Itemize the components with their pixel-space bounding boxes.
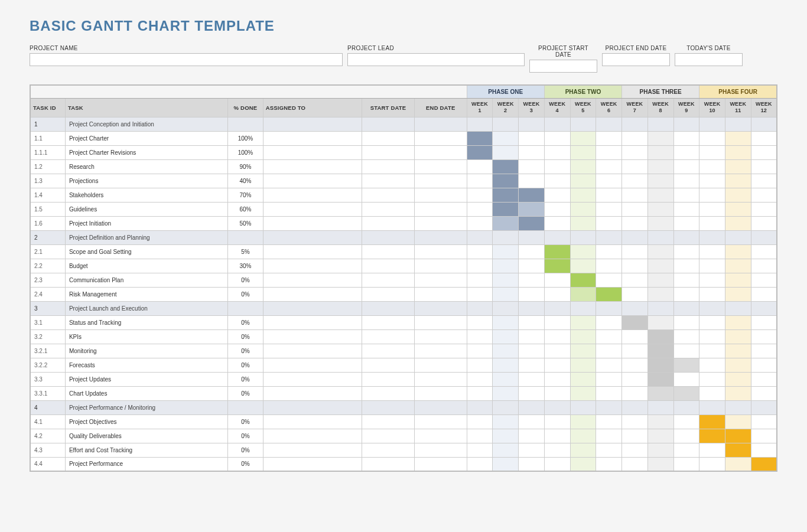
task-id-cell[interactable]: 3.3.1: [30, 386, 65, 400]
gantt-cell[interactable]: [467, 429, 493, 443]
gantt-cell[interactable]: [493, 259, 519, 273]
gantt-cell[interactable]: [570, 117, 596, 131]
gantt-cell[interactable]: [467, 159, 493, 174]
gantt-cell[interactable]: [699, 372, 725, 386]
pct-done-cell[interactable]: 70%: [228, 188, 263, 202]
gantt-cell[interactable]: [673, 216, 699, 230]
gantt-cell[interactable]: [622, 216, 648, 230]
end-date-cell[interactable]: [414, 414, 467, 429]
gantt-cell[interactable]: [570, 174, 596, 188]
end-date-cell[interactable]: [414, 400, 467, 414]
gantt-cell[interactable]: [647, 344, 673, 358]
assigned-cell[interactable]: [263, 117, 362, 131]
assigned-cell[interactable]: [263, 400, 362, 414]
gantt-cell[interactable]: [751, 174, 777, 188]
pct-done-cell[interactable]: 0%: [228, 273, 263, 287]
task-id-cell[interactable]: 1.6: [30, 216, 65, 230]
gantt-cell[interactable]: [544, 259, 570, 273]
task-name-cell[interactable]: Quality Deliverables: [65, 429, 227, 443]
gantt-cell[interactable]: [699, 230, 725, 244]
gantt-cell[interactable]: [751, 315, 777, 329]
gantt-cell[interactable]: [596, 429, 622, 443]
gantt-cell[interactable]: [519, 372, 545, 386]
gantt-cell[interactable]: [570, 216, 596, 230]
gantt-cell[interactable]: [647, 244, 673, 259]
assigned-cell[interactable]: [263, 315, 362, 329]
gantt-cell[interactable]: [699, 174, 725, 188]
gantt-cell[interactable]: [596, 414, 622, 429]
gantt-cell[interactable]: [467, 400, 493, 414]
gantt-cell[interactable]: [467, 358, 493, 372]
end-date-cell[interactable]: [414, 145, 467, 159]
end-date-cell[interactable]: [414, 301, 467, 315]
assigned-cell[interactable]: [263, 358, 362, 372]
gantt-cell[interactable]: [519, 315, 545, 329]
gantt-cell[interactable]: [673, 230, 699, 244]
gantt-cell[interactable]: [570, 159, 596, 174]
gantt-cell[interactable]: [622, 429, 648, 443]
gantt-cell[interactable]: [751, 443, 777, 457]
assigned-cell[interactable]: [263, 429, 362, 443]
gantt-cell[interactable]: [519, 443, 545, 457]
gantt-cell[interactable]: [544, 188, 570, 202]
gantt-cell[interactable]: [647, 358, 673, 372]
gantt-cell[interactable]: [544, 159, 570, 174]
end-date-cell[interactable]: [414, 344, 467, 358]
pct-done-cell[interactable]: 0%: [228, 329, 263, 344]
gantt-cell[interactable]: [673, 287, 699, 301]
gantt-cell[interactable]: [493, 216, 519, 230]
gantt-cell[interactable]: [570, 414, 596, 429]
gantt-cell[interactable]: [673, 174, 699, 188]
gantt-cell[interactable]: [751, 259, 777, 273]
gantt-cell[interactable]: [467, 216, 493, 230]
gantt-cell[interactable]: [493, 329, 519, 344]
pct-done-cell[interactable]: 0%: [228, 386, 263, 400]
task-name-cell[interactable]: Research: [65, 159, 227, 174]
gantt-cell[interactable]: [544, 287, 570, 301]
gantt-cell[interactable]: [519, 358, 545, 372]
assigned-cell[interactable]: [263, 414, 362, 429]
gantt-cell[interactable]: [570, 400, 596, 414]
task-id-cell[interactable]: 4.2: [30, 429, 65, 443]
gantt-cell[interactable]: [596, 159, 622, 174]
gantt-cell[interactable]: [467, 344, 493, 358]
gantt-cell[interactable]: [622, 145, 648, 159]
gantt-cell[interactable]: [751, 145, 777, 159]
assigned-cell[interactable]: [263, 386, 362, 400]
end-date-cell[interactable]: [414, 358, 467, 372]
gantt-cell[interactable]: [647, 386, 673, 400]
gantt-cell[interactable]: [596, 117, 622, 131]
end-date-cell[interactable]: [414, 372, 467, 386]
gantt-cell[interactable]: [725, 344, 751, 358]
gantt-cell[interactable]: [544, 400, 570, 414]
gantt-cell[interactable]: [570, 457, 596, 471]
gantt-cell[interactable]: [725, 244, 751, 259]
gantt-cell[interactable]: [467, 131, 493, 145]
task-name-cell[interactable]: Budget: [65, 259, 227, 273]
start-date-cell[interactable]: [362, 301, 415, 315]
end-date-cell[interactable]: [414, 202, 467, 216]
gantt-cell[interactable]: [751, 131, 777, 145]
gantt-cell[interactable]: [467, 230, 493, 244]
gantt-cell[interactable]: [622, 131, 648, 145]
gantt-cell[interactable]: [596, 188, 622, 202]
assigned-cell[interactable]: [263, 188, 362, 202]
gantt-cell[interactable]: [596, 273, 622, 287]
gantt-cell[interactable]: [493, 230, 519, 244]
assigned-cell[interactable]: [263, 131, 362, 145]
gantt-cell[interactable]: [751, 273, 777, 287]
pct-done-cell[interactable]: 50%: [228, 216, 263, 230]
gantt-cell[interactable]: [570, 315, 596, 329]
gantt-cell[interactable]: [699, 131, 725, 145]
assigned-cell[interactable]: [263, 273, 362, 287]
task-id-cell[interactable]: 2.3: [30, 273, 65, 287]
assigned-cell[interactable]: [263, 457, 362, 471]
task-id-cell[interactable]: 1.1.1: [30, 145, 65, 159]
gantt-cell[interactable]: [725, 386, 751, 400]
gantt-cell[interactable]: [544, 230, 570, 244]
start-date-cell[interactable]: [362, 315, 415, 329]
gantt-cell[interactable]: [647, 188, 673, 202]
gantt-cell[interactable]: [519, 244, 545, 259]
pct-done-cell[interactable]: 0%: [228, 429, 263, 443]
gantt-cell[interactable]: [622, 414, 648, 429]
